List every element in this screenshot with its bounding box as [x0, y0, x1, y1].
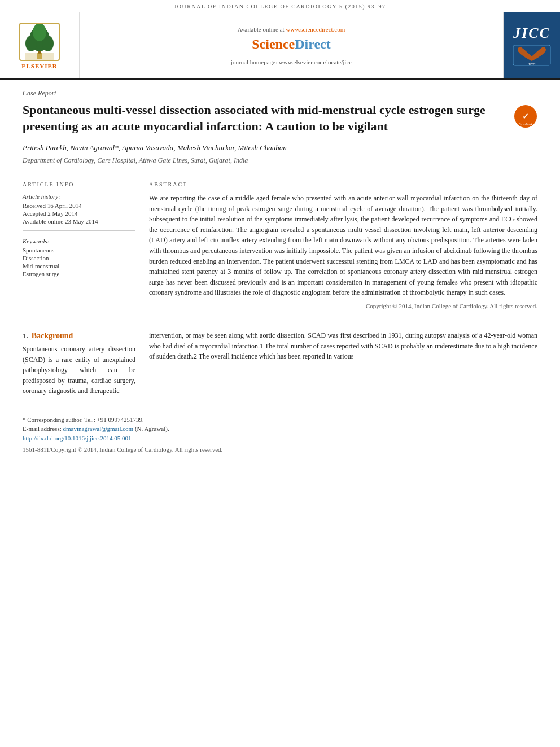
jicc-brand: JICC — [513, 25, 550, 42]
section-number: 1. — [23, 331, 28, 340]
crossmark-badge-icon[interactable]: ✓ CrossMark — [514, 104, 537, 128]
article-body: Case Report Spontaneous multi-vessel dis… — [0, 80, 560, 321]
svg-point-5 — [33, 23, 46, 41]
section-right: intervention, or may be seen along with … — [149, 330, 537, 396]
footer-notes: * Corresponding author. Tel.: +91 099742… — [0, 408, 560, 459]
section-text-right: intervention, or may be seen along with … — [149, 330, 537, 362]
available-online-text: Available online at www.sciencedirect.co… — [238, 26, 345, 33]
sciencedirect-url[interactable]: www.sciencedirect.com — [286, 26, 345, 33]
jicc-logo-section: JICC JICC — [504, 12, 560, 78]
section-left: 1. Background Spontaneous coronary arter… — [23, 330, 135, 396]
journal-homepage: journal homepage: www.elsevier.com/locat… — [231, 59, 352, 65]
svg-rect-7 — [25, 53, 54, 60]
elsevier-logo-section: ELSEVIER — [0, 12, 79, 78]
elsevier-brand-name: ELSEVIER — [21, 63, 58, 69]
sciencedirect-brand: ScienceDirect — [252, 37, 331, 52]
email-note: E-mail address: dmavinagrawal@gmail.com … — [23, 424, 537, 434]
available-online-date: Available online 23 May 2014 — [23, 218, 135, 225]
article-info-abstract-section: Article Info Article history: Received 1… — [23, 181, 537, 309]
elsevier-tree-icon — [17, 22, 62, 62]
article-affiliation: Department of Cardiology, Care Hospital,… — [23, 156, 537, 165]
sciencedirect-section: Available online at www.sciencedirect.co… — [79, 12, 504, 78]
article-type-label: Case Report — [23, 89, 537, 98]
keyword-1: Spontaneous — [23, 247, 135, 254]
keyword-3: Mid-menstrual — [23, 263, 135, 269]
journal-header: ELSEVIER Available online at www.science… — [0, 12, 560, 80]
abstract-header: Abstract — [149, 181, 537, 187]
section-text-left: Spontaneous coronary artery dissection (… — [23, 344, 135, 396]
svg-text:CrossMark: CrossMark — [519, 123, 533, 126]
corresponding-author-note: * Corresponding author. Tel.: +91 099742… — [23, 415, 537, 425]
abstract-text: We are reporting the case of a middle ag… — [149, 193, 537, 298]
background-two-col: 1. Background Spontaneous coronary arter… — [23, 330, 537, 396]
journal-top-bar: Journal of Indian College of Cardiology … — [0, 0, 560, 12]
article-history-label: Article history: — [23, 193, 135, 200]
doi-link[interactable]: http://dx.doi.org/10.1016/j.jicc.2014.05… — [23, 435, 132, 442]
footer-copyright: 1561-8811/Copyright © 2014, Indian Colle… — [23, 446, 537, 453]
keywords-label: Keywords: — [23, 238, 135, 244]
info-divider — [23, 230, 135, 231]
jicc-icon: JICC — [512, 44, 552, 67]
authors-divider — [23, 173, 537, 173]
article-info-col: Article Info Article history: Received 1… — [23, 181, 135, 309]
keyword-4: Estrogen surge — [23, 270, 135, 277]
article-title: Spontaneous multi-vessel dissection asso… — [23, 102, 505, 134]
article-authors: Pritesh Parekh, Navin Agrawal*, Apurva V… — [23, 142, 537, 154]
keyword-2: Dissection — [23, 255, 135, 261]
article-title-row: Spontaneous multi-vessel dissection asso… — [23, 102, 537, 134]
received-date: Received 16 April 2014 — [23, 202, 135, 209]
section-heading: 1. Background — [23, 330, 135, 340]
author-email[interactable]: dmavinagrawal@gmail.com — [63, 425, 133, 432]
abstract-col: Abstract We are reporting the case of a … — [149, 181, 537, 309]
elsevier-logo: ELSEVIER — [17, 22, 62, 69]
section-title: Background — [32, 331, 73, 340]
doi-note: http://dx.doi.org/10.1016/j.jicc.2014.05… — [23, 434, 537, 443]
accepted-date: Accepted 2 May 2014 — [23, 210, 135, 217]
article-info-header: Article Info — [23, 181, 135, 187]
svg-text:JICC: JICC — [528, 63, 536, 66]
svg-text:✓: ✓ — [522, 112, 529, 121]
background-section: 1. Background Spontaneous coronary arter… — [0, 321, 560, 396]
abstract-copyright: Copyright © 2014, Indian College of Card… — [149, 303, 537, 309]
